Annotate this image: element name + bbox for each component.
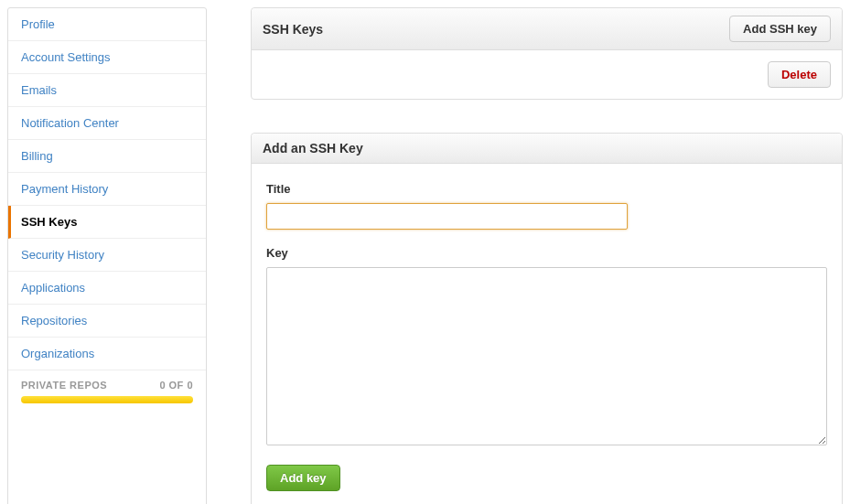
add-key-submit-button[interactable]: Add key [266,465,340,491]
delete-ssh-key-button[interactable]: Delete [768,61,831,88]
key-label: Key [266,246,827,260]
sidebar-item-billing[interactable]: Billing [8,140,206,173]
ssh-keys-title: SSH Keys [263,22,323,37]
sidebar-item-security-history[interactable]: Security History [8,239,206,272]
private-repos-bar [21,396,193,403]
sidebar-item-notification-center[interactable]: Notification Center [8,107,206,140]
private-repos-label: PRIVATE REPOS [21,380,107,391]
ssh-keys-panel: SSH Keys Add SSH key Delete [251,7,843,100]
add-ssh-key-button[interactable]: Add SSH key [729,16,831,42]
sidebar-item-profile[interactable]: Profile [8,8,206,41]
sidebar-item-ssh-keys[interactable]: SSH Keys [8,206,206,239]
title-input[interactable] [266,203,628,230]
add-ssh-key-title: Add an SSH Key [263,141,363,155]
settings-sidebar: Profile Account Settings Emails Notifica… [7,7,207,504]
private-repos-count: 0 OF 0 [159,380,193,391]
title-label: Title [266,182,827,196]
add-ssh-key-panel: Add an SSH Key Title Key Add key [251,133,843,504]
sidebar-item-account-settings[interactable]: Account Settings [8,41,206,74]
sidebar-item-applications[interactable]: Applications [8,272,206,305]
sidebar-item-emails[interactable]: Emails [8,74,206,107]
sidebar-footer: PRIVATE REPOS 0 OF 0 [8,370,206,413]
ssh-key-row: Delete [252,50,842,99]
sidebar-item-repositories[interactable]: Repositories [8,305,206,338]
sidebar-item-payment-history[interactable]: Payment History [8,173,206,206]
sidebar-item-organizations[interactable]: Organizations [8,338,206,370]
key-textarea[interactable] [266,267,827,445]
